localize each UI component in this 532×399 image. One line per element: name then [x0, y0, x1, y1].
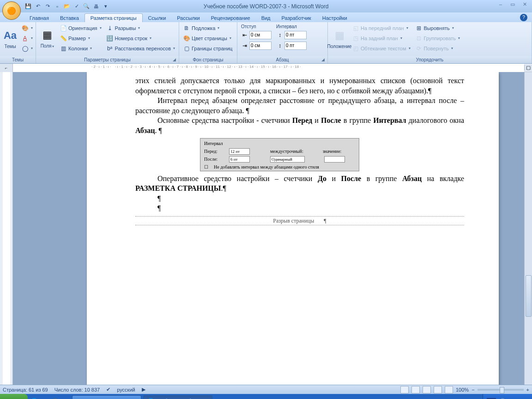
margins-icon: ▦: [40, 28, 55, 42]
spacing-label: Интервал: [276, 24, 307, 29]
view-web[interactable]: [423, 386, 431, 393]
group-paragraph: Отступ ⇤ ⇥ Интервал ↕ ↕ Абзац ◢: [237, 22, 328, 63]
ie-icon[interactable]: 🌐: [30, 396, 39, 399]
zoom-out-button[interactable]: −: [472, 387, 474, 393]
group-label: Абзац: [237, 56, 327, 63]
theme-colors-button[interactable]: 🎨▾: [19, 23, 35, 33]
window-controls: – ▭ ✕: [496, 1, 530, 7]
ribbon-tabs: Главная Вставка Разметка страницы Ссылки…: [0, 12, 532, 22]
undo-icon[interactable]: ↶: [34, 2, 42, 11]
view-draft[interactable]: [445, 386, 453, 393]
view-outline[interactable]: [434, 386, 442, 393]
status-page[interactable]: Страница: 61 из 69: [3, 387, 48, 393]
app-icon[interactable]: ✉: [60, 396, 69, 399]
spacing-before-input[interactable]: [284, 31, 307, 39]
quick-access-toolbar: 💾 ↶ ↷ ▫ 📂 ✓ 🔍 🖶 ▾: [24, 2, 110, 11]
ruler-row: ⌐ · 2 · ı · 1 · ı · · ı · 1 · ı · 2 · ı …: [0, 64, 532, 72]
spacing-after-input[interactable]: [284, 42, 307, 50]
maximize-icon[interactable]: ▭: [508, 1, 518, 7]
close-icon[interactable]: ✕: [520, 1, 530, 7]
tab-mailings[interactable]: Рассылки: [171, 14, 205, 22]
tab-references[interactable]: Ссылки: [143, 14, 172, 22]
view-full-screen[interactable]: [411, 386, 420, 393]
status-macro-icon[interactable]: ▶: [142, 387, 145, 393]
tab-view[interactable]: Вид: [256, 14, 276, 22]
lines-icon: 🔢: [106, 35, 114, 42]
line-numbers-button[interactable]: 🔢Номера строк▾: [104, 33, 177, 43]
page-color-button[interactable]: 🎨Цвет страницы▾: [181, 33, 234, 43]
indent-label: Отступ: [241, 24, 272, 29]
watermark-button[interactable]: 🗎Подложка▾: [181, 23, 234, 33]
breaks-button[interactable]: ⤓Разрывы▾: [104, 23, 177, 33]
tab-home[interactable]: Главная: [24, 14, 54, 22]
indent-right-icon: ⇥: [241, 42, 248, 49]
text-wrap-button: ◰Обтекание текстом▾: [350, 43, 412, 53]
back-icon: ◳: [352, 35, 359, 42]
page-borders-button[interactable]: ▢Границы страниц: [181, 43, 234, 53]
tab-selector[interactable]: ⌐: [0, 64, 13, 72]
body-text: Основные средства настройки - счетчики П…: [135, 115, 464, 135]
page[interactable]: этих стилей допускается только для марки…: [87, 72, 499, 385]
vertical-scrollbar[interactable]: [524, 72, 532, 385]
columns-icon: ▥: [60, 45, 67, 52]
indent-left-input[interactable]: [249, 31, 272, 39]
tab-addins[interactable]: Настройки: [317, 14, 353, 22]
tab-review[interactable]: Рецензирование: [206, 14, 256, 22]
front-icon: ◱: [352, 24, 359, 32]
ribbon: Aa Темы 🎨▾ A▾ ◯▾ Темы ▦ Поля▾ 📄Ориентаци…: [0, 22, 532, 64]
theme-effects-button[interactable]: ◯▾: [19, 43, 35, 53]
taskbar-item-word[interactable]: 📘Учебное пособие W...: [143, 395, 212, 399]
tab-developer[interactable]: Разработчик: [276, 14, 317, 22]
open-icon[interactable]: 📂: [63, 2, 71, 11]
save-icon[interactable]: 💾: [24, 2, 32, 11]
margins-button[interactable]: ▦ Поля▾: [38, 23, 57, 54]
zoom-in-button[interactable]: +: [526, 387, 529, 393]
print-icon[interactable]: 🖶: [92, 2, 100, 11]
columns-button[interactable]: ▥Колонки▾: [58, 43, 103, 53]
hyphenation-button[interactable]: bªРасстановка переносов▾: [104, 43, 177, 53]
taskbar-item-folder[interactable]: 📁НОВАЯ WORD: [72, 395, 141, 399]
horizontal-ruler[interactable]: · 2 · ı · 1 · ı · · ı · 1 · ı · 2 · ı · …: [13, 64, 524, 72]
watermark-icon: 🗎: [183, 24, 190, 32]
desktop-icon[interactable]: 🖥: [40, 396, 49, 399]
pilcrow: ¶: [135, 193, 464, 204]
tab-page-layout[interactable]: Разметка страницы: [85, 13, 143, 22]
taskbar: ⊞Пуск 🌐 🖥 🎵 ✉ 📁НОВАЯ WORD 📘Учебное пособ…: [0, 394, 532, 399]
start-button[interactable]: ⊞Пуск: [0, 394, 28, 399]
theme-fonts-button[interactable]: A▾: [19, 33, 35, 43]
media-icon[interactable]: 🎵: [50, 396, 59, 399]
body-text: Оперативное средство настройки – счетчик…: [135, 174, 464, 193]
help-icon[interactable]: ?: [520, 14, 527, 21]
paragraph-launcher[interactable]: ◢: [321, 57, 326, 62]
system-tray: RU 🔊 ⚙ 10:33: [483, 394, 532, 399]
themes-button[interactable]: Aa Темы: [2, 23, 18, 54]
zoom-level[interactable]: 100%: [456, 387, 469, 393]
minimize-icon[interactable]: –: [496, 1, 506, 7]
wrap-icon: ◰: [352, 45, 359, 52]
align-button[interactable]: ⊞Выровнять▾: [413, 23, 462, 33]
ruler-toggle[interactable]: ▢: [524, 65, 532, 71]
pilcrow: ¶: [135, 203, 464, 213]
preview-icon[interactable]: 🔍: [82, 2, 91, 11]
zoom-slider[interactable]: [478, 389, 524, 391]
status-words[interactable]: Число слов: 10 837: [54, 387, 100, 393]
orientation-button[interactable]: 📄Ориентация▾: [58, 23, 103, 33]
new-icon[interactable]: ▫: [53, 2, 61, 11]
document-scroll[interactable]: этих стилей допускается только для марки…: [13, 72, 524, 385]
group-button: ⊡Группировать▾: [413, 33, 462, 43]
status-lang[interactable]: русский: [117, 387, 135, 393]
view-print-layout[interactable]: [400, 386, 409, 393]
spell-icon[interactable]: ✓: [73, 2, 81, 11]
tab-insert[interactable]: Вставка: [54, 14, 85, 22]
size-button[interactable]: 📏Размер▾: [58, 33, 103, 43]
indent-right-input[interactable]: [249, 42, 272, 50]
document-area: этих стилей допускается только для марки…: [0, 72, 532, 385]
qat-more-icon[interactable]: ▾: [102, 2, 110, 11]
office-button[interactable]: 🟠: [2, 1, 21, 20]
scroll-thumb[interactable]: [526, 275, 532, 317]
redo-icon[interactable]: ↷: [43, 2, 52, 11]
status-proof-icon[interactable]: ✔: [106, 387, 110, 393]
vertical-ruler[interactable]: [0, 72, 13, 385]
page-setup-launcher[interactable]: ◢: [173, 57, 178, 62]
colors-icon: 🎨: [21, 24, 29, 32]
